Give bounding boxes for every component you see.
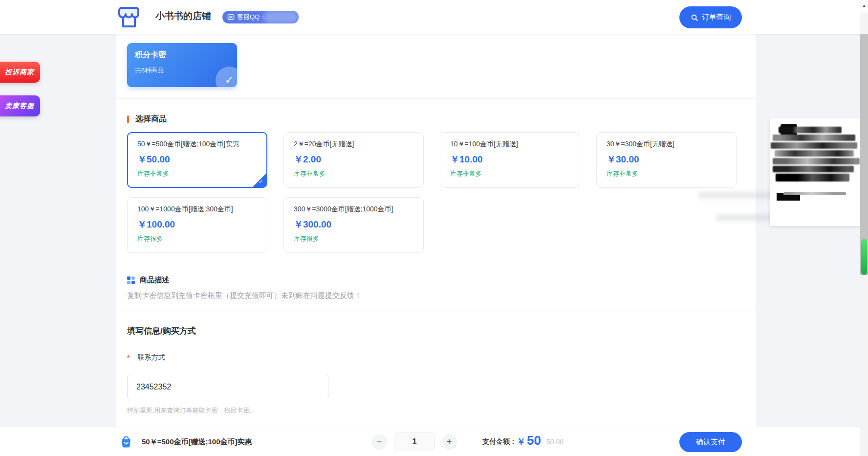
store-logo-icon <box>117 5 141 29</box>
quantity-plus-button[interactable]: + <box>441 434 457 450</box>
category-subtitle: 共6种商品 <box>135 66 229 75</box>
pay-amount-label: 支付金额： <box>482 437 517 446</box>
customer-service-qq-badge[interactable]: 客服QQ：... <box>222 11 299 23</box>
complain-merchant-label: 投诉商家 <box>5 68 34 77</box>
shopping-bag-icon <box>120 435 132 448</box>
description-title: 商品描述 <box>140 275 169 285</box>
quantity-minus-button[interactable]: − <box>371 434 387 450</box>
divider <box>116 312 756 312</box>
qq-number-blurred <box>263 11 299 23</box>
category-card-points[interactable]: 积分卡密 共6种商品 ✓ <box>127 43 237 87</box>
contact-label-text: 联系方式 <box>137 353 165 362</box>
product-name: 30￥=300金币[无赠送] <box>607 140 726 149</box>
product-stock: 库存很多 <box>294 234 413 243</box>
seller-service-button[interactable]: 卖家客服 <box>0 95 40 116</box>
glitch-smear <box>716 214 772 221</box>
search-icon <box>691 14 698 22</box>
quantity-input[interactable]: 1 <box>394 433 435 451</box>
product-price: ￥2.00 <box>294 153 413 166</box>
product-card-5[interactable]: 300￥=3000金币[赠送;1000金币] ￥300.00 库存很多 <box>283 197 424 253</box>
glitch-smear <box>699 192 772 199</box>
grid-icon <box>127 276 135 284</box>
confirm-pay-button[interactable]: 确认支付 <box>679 432 742 452</box>
product-card-0[interactable]: 50￥=500金币[赠送;100金币]实惠 ￥50.00 库存非常多 ✓ <box>127 132 267 188</box>
product-name: 10￥=100金币[无赠送] <box>450 140 570 149</box>
scrollbar-up-icon[interactable]: ▲ <box>860 0 868 13</box>
product-price: ￥300.00 <box>294 218 413 231</box>
product-stock: 库存非常多 <box>294 169 413 178</box>
product-price: ￥10.00 <box>450 153 570 166</box>
order-query-button[interactable]: 订单查询 <box>679 6 742 28</box>
product-section-title: 选择商品 <box>135 114 167 124</box>
glitch-noise <box>776 174 849 182</box>
required-asterisk: * <box>127 354 130 362</box>
product-price: ￥100.00 <box>137 218 257 231</box>
main-content: 积分卡密 共6种商品 ✓ 选择商品 50￥=500金币[赠送;100金币]实惠 … <box>116 34 756 456</box>
product-name: 2￥=20金币[无赠送] <box>294 140 413 149</box>
contact-field-label: * 联系方式 <box>127 353 744 362</box>
glitch-noise <box>783 192 846 195</box>
seller-service-label: 卖家客服 <box>5 102 34 111</box>
product-price: ￥50.00 <box>137 153 257 166</box>
checkout-item-name: 50￥=500金币[赠送;100金币]实惠 <box>142 437 252 447</box>
product-card-4[interactable]: 100￥=1000金币[赠送;300金币] ￥100.00 库存很多 <box>127 197 267 253</box>
product-card-3[interactable]: 30￥=300金币[无赠送] ￥30.00 库存非常多 <box>596 132 737 188</box>
glitch-noise <box>771 142 857 149</box>
product-name: 50￥=500金币[赠送;100金币]实惠 <box>137 140 257 149</box>
order-query-label: 订单查询 <box>702 13 731 22</box>
product-price: ￥30.00 <box>607 153 726 166</box>
product-stock: 库存非常多 <box>607 169 726 178</box>
product-stock: 库存很多 <box>137 234 257 243</box>
pay-amount-value: 50 <box>527 433 541 448</box>
page-scrollbar[interactable]: ▲ <box>860 0 868 456</box>
checkout-bar: 50￥=500金币[赠送;100金币]实惠 − 1 + 支付金额： ￥ 50 5… <box>0 427 868 456</box>
product-grid: 50￥=500金币[赠送;100金币]实惠 ￥50.00 库存非常多 ✓ 2￥=… <box>127 132 744 253</box>
original-amount: 50.00 <box>546 438 564 446</box>
product-section-header: 选择商品 <box>127 114 744 124</box>
chat-icon <box>227 14 235 21</box>
product-stock: 库存非常多 <box>450 169 570 178</box>
glitch-noise <box>779 127 842 133</box>
product-card-2[interactable]: 10￥=100金币[无赠送] ￥10.00 库存非常多 <box>440 132 580 188</box>
contact-input[interactable] <box>127 375 328 399</box>
description-text: 复制卡密信息到充值卡密框里（提交充值即可）未到账在问题提交反馈！ <box>127 291 744 300</box>
divider <box>116 98 756 99</box>
product-name: 100￥=1000金币[赠送;300金币] <box>137 205 257 214</box>
header: 小书书的店铺 客服QQ：... 订单查询 <box>0 0 868 34</box>
product-stock: 库存非常多 <box>137 169 257 178</box>
complain-merchant-button[interactable]: 投诉商家 <box>0 62 40 83</box>
section-accent-bar <box>127 115 129 123</box>
store-name: 小书书的店铺 <box>155 10 211 23</box>
contact-hint: 特别重要,用来查询订单获取卡密，找回卡密。 <box>127 406 744 415</box>
description-section-header: 商品描述 <box>127 275 744 285</box>
product-name: 300￥=3000金币[赠送;1000金币] <box>294 205 413 214</box>
glitch-noise <box>773 158 860 164</box>
product-card-1[interactable]: 2￥=20金币[无赠送] ￥2.00 库存非常多 <box>283 132 424 188</box>
category-title: 积分卡密 <box>135 50 229 60</box>
scroll-position-marker <box>861 239 867 275</box>
selected-corner-check-icon: ✓ <box>252 173 267 187</box>
corrupted-qr-image <box>770 118 860 226</box>
form-section-title: 填写信息/购买方式 <box>127 325 744 337</box>
glitch-noise <box>773 135 855 141</box>
currency-symbol: ￥ <box>517 436 525 448</box>
glitch-noise <box>775 150 854 157</box>
glitch-noise <box>773 166 854 172</box>
